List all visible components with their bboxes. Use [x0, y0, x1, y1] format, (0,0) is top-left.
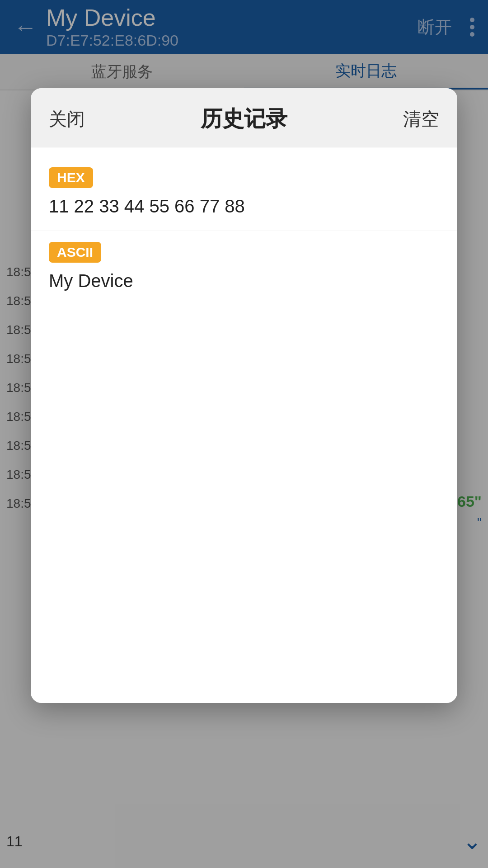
modal-clear-button[interactable]: 清空 [403, 107, 439, 132]
history-item-ascii[interactable]: ASCII My Device [31, 231, 457, 305]
modal-title: 历史记录 [201, 104, 287, 133]
modal-empty-space [31, 314, 457, 703]
ascii-badge: ASCII [49, 242, 101, 263]
history-modal: 关闭 历史记录 清空 HEX 11 22 33 44 55 66 77 88 A… [31, 88, 457, 703]
hex-value: 11 22 33 44 55 66 77 88 [49, 194, 439, 218]
ascii-value: My Device [49, 269, 439, 292]
history-list: HEX 11 22 33 44 55 66 77 88 ASCII My Dev… [31, 147, 457, 314]
modal-close-button[interactable]: 关闭 [49, 107, 85, 132]
history-item-hex[interactable]: HEX 11 22 33 44 55 66 77 88 [31, 156, 457, 231]
hex-badge: HEX [49, 167, 93, 188]
modal-header: 关闭 历史记录 清空 [31, 88, 457, 147]
